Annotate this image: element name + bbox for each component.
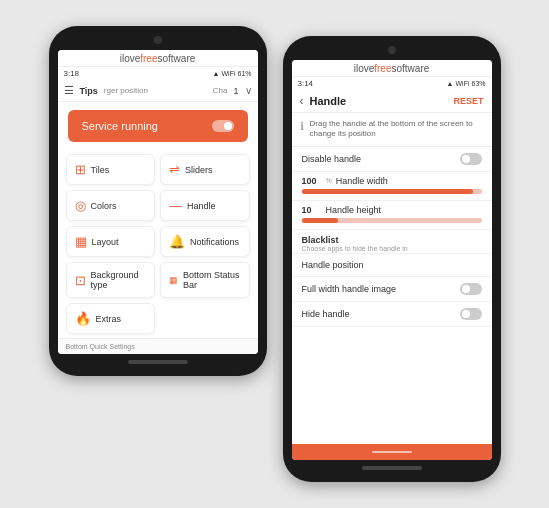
status-icons-left: ▲ WiFi 61%	[213, 70, 252, 77]
hide-handle-row: Hide handle	[292, 302, 492, 327]
handle-height-track[interactable]	[302, 218, 482, 223]
tiles-label: Tiles	[91, 165, 110, 175]
bottom-bar-right	[292, 444, 492, 460]
phone-right: ilovefreesoftware 3:14 ▲ WiFi 63% ‹ Hand…	[283, 36, 501, 482]
sliders-icon: ⇌	[169, 162, 180, 177]
brand-highlight-r: free	[374, 63, 391, 74]
sliders-label: Sliders	[185, 165, 213, 175]
hamburger-icon[interactable]: ☰	[64, 84, 74, 97]
menu-item-notifications[interactable]: 🔔 Notifications	[160, 226, 250, 257]
layout-label: Layout	[92, 237, 119, 247]
scene: ilovefreesoftware 3:18 ▲ WiFi 61% ☰ Tips…	[39, 16, 511, 492]
extras-label: Extras	[96, 314, 122, 324]
disable-handle-row: Disable handle	[292, 147, 492, 172]
menu-item-sliders[interactable]: ⇌ Sliders	[160, 154, 250, 185]
signal-icon-r: ▲	[447, 80, 454, 87]
chevron-down-icon[interactable]: ∨	[245, 85, 252, 96]
battery-left: 61%	[237, 70, 251, 77]
handle-height-name: Handle height	[326, 205, 382, 215]
time-left: 3:18	[64, 69, 80, 78]
hide-handle-toggle[interactable]	[460, 308, 482, 320]
handle-height-section: 10 Handle height	[292, 201, 492, 230]
full-width-toggle[interactable]	[460, 283, 482, 295]
nav-bar-left: ☰ Tips rger position Cha 1 ∨	[58, 80, 258, 102]
handle-position-label: Handle position	[302, 260, 364, 270]
menu-grid: ⊞ Tiles ⇌ Sliders ◎ Colors — Handle ▦	[58, 150, 258, 338]
battery-right: 63%	[471, 80, 485, 87]
status-icons-right: ▲ WiFi 63%	[447, 80, 486, 87]
status-bar-right: 3:14 ▲ WiFi 63%	[292, 77, 492, 90]
menu-item-background[interactable]: ⊡ Background type	[66, 262, 156, 298]
blacklist-subtitle: Choose apps to hide the handle in	[302, 245, 482, 252]
handle-width-unit: %	[326, 177, 332, 184]
handle-height-value: 10	[302, 205, 322, 215]
extras-icon: 🔥	[75, 311, 91, 326]
brand-bar-left: ilovefreesoftware	[58, 50, 258, 67]
statusbar-icon: ▦	[169, 275, 178, 285]
background-label: Background type	[91, 270, 147, 290]
handle-width-name: Handle width	[336, 176, 388, 186]
back-button[interactable]: ‹	[300, 94, 304, 108]
hide-handle-label: Hide handle	[302, 309, 350, 319]
handle-width-fill	[302, 189, 473, 194]
bottom-hint-left: Bottom Quick Settings	[58, 338, 258, 354]
brand-suffix-r: software	[392, 63, 430, 74]
nav-position-label: rger position	[104, 86, 207, 95]
nav-tips-label: Tips	[80, 86, 98, 96]
brand-bar-right: ilovefreesoftware	[292, 60, 492, 77]
info-icon: ℹ	[300, 120, 304, 133]
nav-chapter-label: Cha	[213, 86, 228, 95]
disable-handle-label: Disable handle	[302, 154, 362, 164]
colors-icon: ◎	[75, 198, 86, 213]
handle-nav-bar: ‹ Handle RESET	[292, 90, 492, 113]
handle-width-label-row: 100 % Handle width	[302, 176, 482, 186]
handle-width-track[interactable]	[302, 189, 482, 194]
wifi-icon-r: WiFi	[455, 80, 469, 87]
signal-icon: ▲	[213, 70, 220, 77]
screen-right: ilovefreesoftware 3:14 ▲ WiFi 63% ‹ Hand…	[292, 60, 492, 460]
handle-width-section: 100 % Handle width	[292, 172, 492, 201]
menu-item-tiles[interactable]: ⊞ Tiles	[66, 154, 156, 185]
notifications-label: Notifications	[190, 237, 239, 247]
blacklist-title: Blacklist	[302, 235, 482, 245]
menu-item-handle[interactable]: — Handle	[160, 190, 250, 221]
disable-handle-toggle[interactable]	[460, 153, 482, 165]
handle-position-row: Handle position	[292, 253, 492, 277]
menu-item-colors[interactable]: ◎ Colors	[66, 190, 156, 221]
notifications-icon: 🔔	[169, 234, 185, 249]
background-icon: ⊡	[75, 273, 86, 288]
brand-suffix: software	[158, 53, 196, 64]
tiles-icon: ⊞	[75, 162, 86, 177]
service-running-button[interactable]: Service running	[68, 110, 248, 142]
bottom-hint-text: Bottom Quick Settings	[66, 343, 135, 350]
full-width-label: Full width handle image	[302, 284, 397, 294]
menu-item-bottomstatusbar[interactable]: ▦ Bottom Status Bar	[160, 262, 250, 298]
service-toggle[interactable]	[212, 120, 234, 132]
menu-item-layout[interactable]: ▦ Layout	[66, 226, 156, 257]
time-right: 3:14	[298, 79, 314, 88]
handle-height-label-row: 10 Handle height	[302, 205, 482, 215]
brand-prefix: ilove	[120, 53, 141, 64]
info-row: ℹ Drag the handle at the bottom of the s…	[292, 113, 492, 147]
layout-icon: ▦	[75, 234, 87, 249]
wifi-icon: WiFi	[221, 70, 235, 77]
info-text: Drag the handle at the bottom of the scr…	[310, 119, 484, 140]
handle-height-fill	[302, 218, 338, 223]
handle-screen-title: Handle	[310, 95, 448, 107]
blacklist-section: Blacklist Choose apps to hide the handle…	[292, 230, 492, 253]
reset-button[interactable]: RESET	[453, 96, 483, 106]
nav-chapter-num: 1	[233, 86, 238, 96]
camera-right	[388, 46, 396, 54]
home-bar-right	[362, 466, 422, 470]
brand-highlight: free	[140, 53, 157, 64]
home-bar-left	[128, 360, 188, 364]
screen-left: ilovefreesoftware 3:18 ▲ WiFi 61% ☰ Tips…	[58, 50, 258, 354]
handle-label: Handle	[187, 201, 216, 211]
status-bar-left: 3:18 ▲ WiFi 61%	[58, 67, 258, 80]
statusbar-label: Bottom Status Bar	[183, 270, 241, 290]
menu-item-extras[interactable]: 🔥 Extras	[66, 303, 156, 334]
phone-left: ilovefreesoftware 3:18 ▲ WiFi 61% ☰ Tips…	[49, 26, 267, 376]
handle-icon: —	[169, 198, 182, 213]
bottom-bar-line	[372, 451, 412, 453]
camera-left	[154, 36, 162, 44]
